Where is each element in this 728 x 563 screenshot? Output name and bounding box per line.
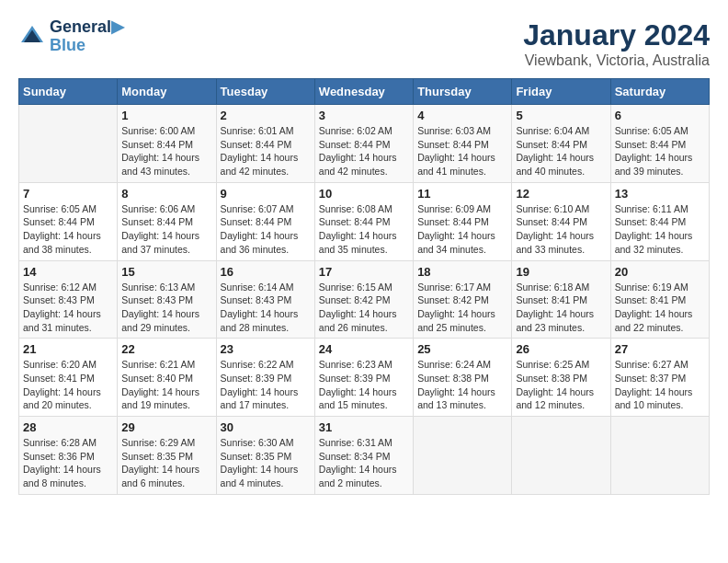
header-tuesday: Tuesday (216, 79, 314, 105)
day-number: 3 (319, 109, 409, 122)
day-number: 2 (221, 109, 311, 122)
day-info: Sunrise: 6:09 AM Sunset: 8:44 PM Dayligh… (417, 202, 507, 257)
calendar-cell (19, 105, 118, 183)
day-number: 1 (121, 109, 211, 122)
calendar-cell: 31Sunrise: 6:31 AM Sunset: 8:34 PM Dayli… (314, 417, 413, 495)
calendar-cell (610, 417, 709, 495)
day-number: 8 (121, 187, 211, 201)
day-number: 16 (221, 265, 311, 279)
day-number: 19 (516, 265, 606, 279)
day-info: Sunrise: 6:01 AM Sunset: 8:44 PM Dayligh… (221, 124, 311, 178)
calendar-cell: 11Sunrise: 6:09 AM Sunset: 8:44 PM Dayli… (414, 182, 512, 260)
calendar-cell: 13Sunrise: 6:11 AM Sunset: 8:44 PM Dayli… (610, 182, 709, 260)
day-info: Sunrise: 6:21 AM Sunset: 8:40 PM Dayligh… (121, 358, 211, 412)
day-info: Sunrise: 6:19 AM Sunset: 8:41 PM Dayligh… (615, 281, 705, 335)
day-number: 26 (516, 342, 606, 356)
calendar-header-row: SundayMondayTuesdayWednesdayThursdayFrid… (19, 79, 710, 105)
day-number: 17 (319, 265, 409, 279)
day-info: Sunrise: 6:25 AM Sunset: 8:38 PM Dayligh… (516, 358, 606, 412)
calendar-cell: 22Sunrise: 6:21 AM Sunset: 8:40 PM Dayli… (118, 339, 216, 417)
day-number: 23 (221, 342, 311, 356)
day-info: Sunrise: 6:04 AM Sunset: 8:44 PM Dayligh… (516, 124, 606, 178)
title-block: January 2024 Viewbank, Victoria, Austral… (523, 18, 710, 69)
calendar-cell: 19Sunrise: 6:18 AM Sunset: 8:41 PM Dayli… (512, 260, 610, 339)
logo-icon (18, 23, 46, 51)
calendar-cell: 23Sunrise: 6:22 AM Sunset: 8:39 PM Dayli… (216, 339, 314, 417)
day-number: 24 (319, 342, 409, 356)
calendar-cell: 6Sunrise: 6:05 AM Sunset: 8:44 PM Daylig… (610, 105, 709, 183)
week-row-4: 21Sunrise: 6:20 AM Sunset: 8:41 PM Dayli… (19, 339, 710, 417)
header-sunday: Sunday (19, 79, 118, 105)
day-number: 4 (417, 109, 507, 122)
day-number: 18 (417, 265, 507, 279)
day-info: Sunrise: 6:08 AM Sunset: 8:44 PM Dayligh… (319, 202, 409, 257)
day-number: 20 (615, 265, 705, 279)
calendar-cell: 4Sunrise: 6:03 AM Sunset: 8:44 PM Daylig… (414, 105, 512, 183)
day-info: Sunrise: 6:15 AM Sunset: 8:42 PM Dayligh… (319, 281, 409, 335)
calendar-cell: 26Sunrise: 6:25 AM Sunset: 8:38 PM Dayli… (512, 339, 610, 417)
day-number: 30 (221, 420, 311, 434)
header-saturday: Saturday (610, 79, 709, 105)
day-number: 22 (121, 342, 211, 356)
day-number: 14 (23, 265, 113, 279)
calendar-cell: 16Sunrise: 6:14 AM Sunset: 8:43 PM Dayli… (216, 260, 314, 339)
calendar-cell: 2Sunrise: 6:01 AM Sunset: 8:44 PM Daylig… (216, 105, 314, 183)
header-wednesday: Wednesday (314, 79, 413, 105)
day-info: Sunrise: 6:31 AM Sunset: 8:34 PM Dayligh… (319, 436, 409, 490)
calendar-cell: 28Sunrise: 6:28 AM Sunset: 8:36 PM Dayli… (19, 417, 118, 495)
day-info: Sunrise: 6:23 AM Sunset: 8:39 PM Dayligh… (319, 358, 409, 412)
header-friday: Friday (512, 79, 610, 105)
day-number: 10 (319, 187, 409, 201)
calendar-cell: 24Sunrise: 6:23 AM Sunset: 8:39 PM Dayli… (314, 339, 413, 417)
day-info: Sunrise: 6:07 AM Sunset: 8:44 PM Dayligh… (221, 202, 311, 257)
day-number: 13 (615, 187, 705, 201)
day-number: 15 (121, 265, 211, 279)
calendar-table: SundayMondayTuesdayWednesdayThursdayFrid… (18, 78, 710, 495)
week-row-3: 14Sunrise: 6:12 AM Sunset: 8:43 PM Dayli… (19, 260, 710, 339)
calendar-cell: 17Sunrise: 6:15 AM Sunset: 8:42 PM Dayli… (314, 260, 413, 339)
logo: General▶ Blue (18, 18, 124, 55)
calendar-cell: 9Sunrise: 6:07 AM Sunset: 8:44 PM Daylig… (216, 182, 314, 260)
day-number: 21 (23, 342, 113, 356)
week-row-2: 7Sunrise: 6:05 AM Sunset: 8:44 PM Daylig… (19, 182, 710, 260)
day-info: Sunrise: 6:12 AM Sunset: 8:43 PM Dayligh… (23, 281, 113, 335)
day-info: Sunrise: 6:24 AM Sunset: 8:38 PM Dayligh… (417, 358, 507, 412)
header-monday: Monday (118, 79, 216, 105)
day-info: Sunrise: 6:11 AM Sunset: 8:44 PM Dayligh… (615, 202, 705, 257)
week-row-1: 1Sunrise: 6:00 AM Sunset: 8:44 PM Daylig… (19, 105, 710, 183)
day-info: Sunrise: 6:06 AM Sunset: 8:44 PM Dayligh… (121, 202, 211, 257)
day-info: Sunrise: 6:29 AM Sunset: 8:35 PM Dayligh… (121, 436, 211, 490)
day-info: Sunrise: 6:27 AM Sunset: 8:37 PM Dayligh… (615, 358, 705, 412)
day-number: 25 (417, 342, 507, 356)
calendar-cell: 18Sunrise: 6:17 AM Sunset: 8:42 PM Dayli… (414, 260, 512, 339)
calendar-cell: 21Sunrise: 6:20 AM Sunset: 8:41 PM Dayli… (19, 339, 118, 417)
calendar-cell: 14Sunrise: 6:12 AM Sunset: 8:43 PM Dayli… (19, 260, 118, 339)
day-info: Sunrise: 6:30 AM Sunset: 8:35 PM Dayligh… (221, 436, 311, 490)
day-info: Sunrise: 6:10 AM Sunset: 8:44 PM Dayligh… (516, 202, 606, 257)
day-number: 7 (23, 187, 113, 201)
day-info: Sunrise: 6:00 AM Sunset: 8:44 PM Dayligh… (121, 124, 211, 178)
day-info: Sunrise: 6:13 AM Sunset: 8:43 PM Dayligh… (121, 281, 211, 335)
calendar-cell: 25Sunrise: 6:24 AM Sunset: 8:38 PM Dayli… (414, 339, 512, 417)
logo-text: General▶ Blue (50, 18, 124, 55)
calendar-cell: 29Sunrise: 6:29 AM Sunset: 8:35 PM Dayli… (118, 417, 216, 495)
day-info: Sunrise: 6:02 AM Sunset: 8:44 PM Dayligh… (319, 124, 409, 178)
calendar-cell: 7Sunrise: 6:05 AM Sunset: 8:44 PM Daylig… (19, 182, 118, 260)
calendar-cell (414, 417, 512, 495)
week-row-5: 28Sunrise: 6:28 AM Sunset: 8:36 PM Dayli… (19, 417, 710, 495)
page-header: General▶ Blue January 2024 Viewbank, Vic… (18, 18, 710, 69)
day-number: 29 (121, 420, 211, 434)
day-info: Sunrise: 6:05 AM Sunset: 8:44 PM Dayligh… (615, 124, 705, 178)
day-number: 5 (516, 109, 606, 122)
day-number: 12 (516, 187, 606, 201)
day-info: Sunrise: 6:03 AM Sunset: 8:44 PM Dayligh… (417, 124, 507, 178)
day-number: 9 (221, 187, 311, 201)
calendar-cell: 27Sunrise: 6:27 AM Sunset: 8:37 PM Dayli… (610, 339, 709, 417)
header-thursday: Thursday (414, 79, 512, 105)
calendar-cell: 15Sunrise: 6:13 AM Sunset: 8:43 PM Dayli… (118, 260, 216, 339)
calendar-cell: 20Sunrise: 6:19 AM Sunset: 8:41 PM Dayli… (610, 260, 709, 339)
day-info: Sunrise: 6:18 AM Sunset: 8:41 PM Dayligh… (516, 281, 606, 335)
calendar-cell: 1Sunrise: 6:00 AM Sunset: 8:44 PM Daylig… (118, 105, 216, 183)
calendar-cell (512, 417, 610, 495)
subtitle: Viewbank, Victoria, Australia (523, 52, 710, 69)
